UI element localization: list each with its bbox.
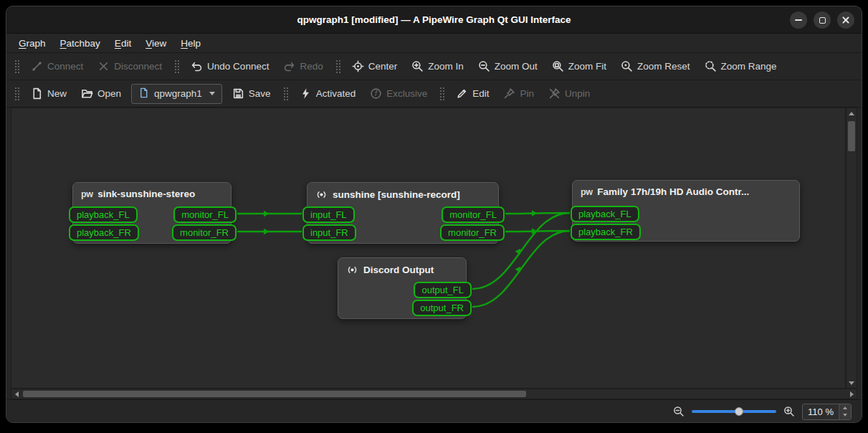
zoom-reset-label: Zoom Reset [637, 61, 690, 72]
exclusive-button[interactable]: f Exclusive [363, 83, 434, 104]
zoom-slider[interactable] [692, 406, 776, 417]
port-input-fl[interactable]: input_FL [302, 206, 355, 223]
menubar: Graph Patchbay Edit View Help [6, 34, 862, 53]
minimize-button[interactable] [790, 11, 807, 29]
port-output-fr[interactable]: output_FR [412, 300, 472, 316]
maximize-button[interactable] [814, 11, 831, 29]
toolbar-handle[interactable] [173, 59, 179, 75]
connect-label: Connect [47, 61, 83, 72]
toolbar-handle[interactable] [14, 86, 19, 102]
menu-help[interactable]: Help [174, 36, 207, 51]
toolbar-handle[interactable] [282, 86, 288, 102]
menu-graph[interactable]: Graph [12, 36, 52, 51]
port-input-fr[interactable]: input_FR [302, 224, 356, 241]
zoom-spinbox[interactable]: 110 % [802, 404, 852, 420]
window-controls [790, 11, 854, 29]
scroll-down-button[interactable] [846, 378, 857, 388]
center-icon [352, 60, 364, 72]
exclusive-label: Exclusive [386, 88, 427, 99]
vertical-scrollbar[interactable] [846, 108, 857, 389]
zoom-out-button[interactable]: Zoom Out [471, 56, 545, 77]
node-sunshine-record[interactable]: sunshine [sunshine-record] input_FL inpu… [307, 182, 499, 244]
vertical-scroll-thumb[interactable] [848, 121, 855, 151]
open-folder-icon [81, 87, 93, 100]
port-playback-fl[interactable]: playback_FL [571, 206, 639, 222]
scroll-right-button[interactable] [846, 389, 857, 399]
save-icon [232, 87, 244, 100]
patchbay-toolbar: New Open qpwgraph1 Save Activated f Excl… [6, 80, 862, 108]
port-playback-fl[interactable]: playback_FL [69, 206, 138, 223]
activated-button[interactable]: Activated [292, 83, 363, 104]
node-family-hd-audio[interactable]: pw Family 17h/19h HD Audio Contr... play… [572, 180, 800, 242]
menu-edit[interactable]: Edit [108, 36, 138, 51]
toolbar-handle[interactable] [14, 59, 19, 75]
svg-text:f: f [375, 90, 378, 97]
undo-connect-label: Undo Connect [207, 61, 269, 72]
zoom-out-icon[interactable] [673, 406, 685, 417]
center-label: Center [368, 61, 398, 72]
pin-button[interactable]: Pin [496, 83, 541, 104]
new-button[interactable]: New [24, 83, 74, 104]
close-button[interactable] [837, 11, 854, 29]
zoom-reset-icon [621, 60, 633, 72]
port-playback-fr[interactable]: playback_FR [69, 224, 139, 241]
pipewire-icon: pw [81, 189, 92, 199]
zoom-spin-down-button[interactable] [839, 411, 851, 419]
port-monitor-fr[interactable]: monitor_FR [172, 224, 237, 241]
toolbar-handle[interactable] [439, 86, 444, 102]
edit-button[interactable]: Edit [449, 83, 496, 104]
horizontal-scroll-thumb[interactable] [23, 391, 526, 397]
zoom-fit-button[interactable]: Zoom Fit [545, 56, 614, 77]
graph-canvas[interactable]: pw sink-sunshine-stereo playback_FL play… [11, 108, 846, 389]
port-monitor-fl[interactable]: monitor_FL [442, 206, 505, 223]
port-output-fl[interactable]: output_FL [414, 282, 472, 298]
port-monitor-fl[interactable]: monitor_FL [173, 206, 237, 223]
disconnect-button[interactable]: Disconnect [90, 56, 169, 77]
node-header: pw sink-sunshine-stereo [73, 183, 231, 202]
unpin-button[interactable]: Unpin [541, 83, 597, 104]
zoom-spin-buttons [839, 404, 851, 419]
scroll-up-button[interactable] [846, 108, 857, 118]
zoom-range-icon [705, 60, 717, 72]
titlebar[interactable]: qpwgraph1 [modified] — A PipeWire Graph … [6, 6, 862, 34]
node-header: sunshine [sunshine-record] [307, 183, 498, 204]
horizontal-scrollbar[interactable] [11, 389, 857, 399]
menu-view[interactable]: View [139, 36, 173, 51]
port-playback-fr[interactable]: playback_FR [571, 224, 641, 240]
redo-label: Redo [300, 61, 323, 72]
zoom-range-button[interactable]: Zoom Range [697, 56, 784, 77]
node-discord-output[interactable]: Discord Output output_FL output_FR [338, 257, 467, 319]
toolbar-handle[interactable] [335, 59, 340, 75]
zoom-slider-handle[interactable] [735, 407, 743, 416]
node-title: sink-sunshine-stereo [97, 189, 195, 199]
zoom-range-label: Zoom Range [721, 61, 777, 72]
node-title: Discord Output [363, 265, 434, 275]
open-button[interactable]: Open [74, 83, 128, 104]
connect-button[interactable]: Connect [24, 56, 90, 77]
unpin-icon [548, 87, 561, 100]
port-monitor-fr[interactable]: monitor_FR [440, 224, 505, 241]
window-title: qpwgraph1 [modified] — A PipeWire Graph … [297, 14, 571, 25]
patchbay-select[interactable]: qpwgraph1 [131, 84, 222, 104]
chevron-down-icon [209, 92, 215, 95]
zoom-in-icon [411, 60, 424, 72]
zoom-in-button[interactable]: Zoom In [404, 56, 471, 77]
disconnect-label: Disconnect [114, 61, 162, 72]
unpin-label: Unpin [565, 88, 590, 99]
zoom-spin-up-button[interactable] [839, 404, 851, 412]
zoom-reset-button[interactable]: Zoom Reset [614, 56, 697, 77]
undo-connect-button[interactable]: Undo Connect [183, 56, 276, 77]
node-title: sunshine [sunshine-record] [333, 189, 460, 200]
zoom-in-icon[interactable] [783, 406, 795, 417]
menu-patchbay[interactable]: Patchbay [54, 36, 107, 51]
scroll-left-button[interactable] [11, 389, 22, 399]
node-sink-sunshine-stereo[interactable]: pw sink-sunshine-stereo playback_FL play… [72, 182, 232, 244]
save-button[interactable]: Save [225, 83, 278, 104]
redo-button[interactable]: Redo [276, 56, 330, 77]
undo-icon [191, 60, 203, 72]
center-button[interactable]: Center [345, 56, 405, 77]
edit-label: Edit [472, 88, 489, 99]
pin-icon [503, 87, 515, 100]
zoom-value[interactable]: 110 % [803, 406, 839, 417]
new-file-icon [31, 87, 43, 100]
